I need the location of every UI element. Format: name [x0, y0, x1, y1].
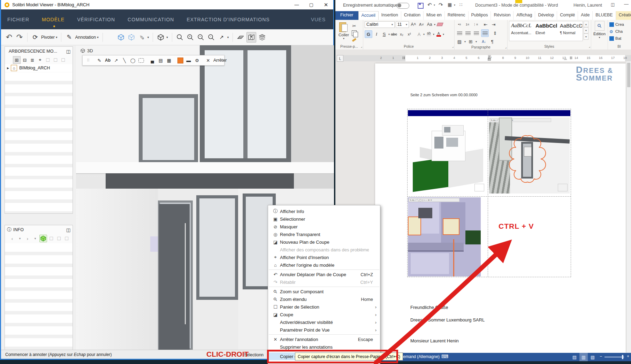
strikethrough-button[interactable]: abc [390, 31, 397, 38]
tab-r-f-renc[interactable]: Référenc [445, 11, 469, 20]
shading-icon[interactable]: ▨ [456, 38, 463, 45]
basket-set-icon[interactable]: ☐ [60, 56, 67, 63]
text-effects-icon[interactable]: A [416, 31, 423, 38]
tree-flat-icon[interactable]: ⊟ [21, 56, 28, 63]
context-menu-item-afficher-des-composants-dans-des-probl-mes[interactable]: Afficher des composants dans des problèm… [269, 246, 379, 253]
text-tool-icon[interactable]: Ab [104, 56, 112, 64]
stop-annotation-icon[interactable]: ✕ [204, 56, 212, 64]
language-status[interactable]: Allemand (Allemagne) [398, 354, 440, 359]
tab-mise-en[interactable]: Mise en [424, 11, 445, 20]
edition-label[interactable]: Édition [593, 32, 606, 36]
context-menu-item-nouveau-plan-de-coupe[interactable]: ◪Nouveau Plan de Coupe [269, 238, 379, 246]
paste-button[interactable]: Coller ▾ [337, 21, 351, 44]
slide-tool-icon[interactable]: ▤ [157, 56, 165, 64]
line-width-icon[interactable]: ▬ [185, 56, 192, 64]
context-menu-item-afficher-point-d-insertion[interactable]: ⌖Afficher Point d'Insertion [269, 253, 379, 261]
tab-publipos[interactable]: Publipos [469, 11, 491, 20]
tree-layers-icon[interactable]: ≣ [29, 56, 36, 63]
zoom-out-icon[interactable]: − [196, 32, 205, 42]
font-color-icon[interactable]: A [435, 31, 442, 38]
styles-scrollbar[interactable]: ▲▼▼ [584, 21, 588, 40]
screenshot-exterior[interactable] [410, 117, 486, 194]
decrease-indent-icon[interactable]: ⇤ [482, 21, 489, 28]
image-tool-icon[interactable]: ▦ [165, 56, 173, 64]
user-name[interactable]: Henin, Laurent [573, 3, 602, 8]
quick-access-more-icon[interactable]: ∷ [459, 2, 462, 7]
dialog-launcher-icon[interactable]: ⌟ [452, 45, 454, 48]
undo-icon[interactable]: ↶ [427, 2, 432, 8]
minimize-button[interactable]: — [624, 1, 629, 7]
align-right-icon[interactable] [473, 30, 480, 37]
pencil-tool-icon[interactable]: ✎ [96, 56, 103, 64]
tab-affichag[interactable]: Affichag [514, 11, 535, 20]
context-menu-item-afficher-info[interactable]: ⓘAfficher Info [269, 207, 379, 215]
touch-mode-dropdown-icon[interactable]: ▾ [454, 3, 455, 7]
search-icon[interactable]: ⚲ [595, 21, 605, 31]
zoom-area-icon[interactable]: ▫ [207, 32, 216, 42]
zoom-slider[interactable] [605, 357, 624, 357]
show-component-icon[interactable] [106, 32, 115, 42]
menu-mod-le[interactable]: MODÈLE [42, 17, 64, 22]
annotation-pencil-icon[interactable]: ✎ [64, 32, 74, 42]
basket-remove-icon[interactable]: ☐ [55, 235, 62, 242]
pick-arrow-icon[interactable]: ↗ [217, 32, 226, 42]
cut-icon[interactable]: ✂ [351, 22, 358, 29]
zoom-slider-handle[interactable] [622, 355, 623, 359]
borders-icon[interactable]: ⊞ [467, 38, 474, 45]
tab-cr-ation[interactable]: Création [616, 11, 631, 20]
context-menu-item-annuler-d-placer-plan-de-coupe[interactable]: ↶Annuler Déplacer Plan de CoupeCtrl+Z [269, 271, 379, 278]
stop-annotation-label[interactable]: Arrêter [213, 58, 227, 63]
pivoter-dropdown-icon[interactable]: ▾ [56, 36, 58, 39]
shrink-font-icon[interactable]: A˅ [418, 21, 425, 28]
line-spacing-icon[interactable]: ⇕ [492, 30, 499, 37]
zoom-select-icon[interactable] [175, 32, 184, 42]
style-lev[interactable]: AaBbCclÉlevé [534, 21, 558, 39]
align-left-icon[interactable] [456, 30, 463, 37]
tab-compl[interactable]: Complé [557, 11, 578, 20]
numbering-icon[interactable]: 1≡ [464, 21, 471, 28]
context-menu-item-activer-d-sactiver-visibilit[interactable]: Activer/désactiver visibilité› [269, 318, 379, 326]
arrow-tool-icon[interactable]: ↗ [112, 56, 120, 64]
context-menu-item-afficher-l-origine-du-mod-le[interactable]: ⌂Afficher l'origine du modèle [269, 261, 379, 269]
menu-extraction-d-informations[interactable]: EXTRACTION D'INFORMATIONS [187, 17, 269, 22]
basket-add-icon[interactable]: ☐ [44, 56, 51, 63]
context-menu-item-zoom-tendu[interactable]: ⚲Zoom étenduHome [269, 295, 379, 303]
bluebeam-bat-button[interactable]: Bat [609, 35, 629, 42]
map-view-icon[interactable] [246, 32, 256, 43]
menu-v-rification[interactable]: VÉRIFICATION [77, 17, 115, 22]
bold-button[interactable]: G [365, 30, 372, 38]
transparent-component-icon[interactable] [127, 32, 136, 42]
context-menu-item-r-tablir[interactable]: ↷RétablirCtrl+Y [269, 278, 379, 286]
web-layout-icon[interactable]: ▧ [588, 353, 597, 361]
change-case-icon[interactable]: Aa [426, 21, 433, 28]
paint-icon[interactable]: ✎ [137, 32, 146, 42]
zoom-in-icon[interactable]: + [186, 32, 195, 42]
paint-dropdown-icon[interactable]: ▾ [147, 36, 149, 39]
dialog-launcher-icon[interactable]: ⌟ [505, 45, 507, 49]
multilevel-list-icon[interactable]: ⋮≡ [472, 21, 479, 28]
line-tool-icon[interactable]: ╲ [121, 56, 128, 64]
underline-button[interactable]: S [381, 31, 388, 38]
document-scrollbar[interactable] [626, 61, 631, 353]
touch-mode-icon[interactable]: ▦ [448, 2, 452, 7]
nav-back-icon[interactable]: ‹ [9, 235, 16, 242]
panel-window-icon[interactable]: ◫ [66, 227, 70, 233]
ellip-tool-icon[interactable]: ◯ [129, 56, 137, 64]
basket-remove-icon[interactable]: ☐ [52, 56, 59, 63]
subscript-button[interactable]: x₂ [398, 31, 405, 38]
basket-set-icon[interactable]: ☐ [63, 235, 70, 242]
view-cube-icon[interactable] [156, 32, 165, 42]
context-menu-item-param-trer-point-de-vue[interactable]: Paramétrer Point de Vue› [269, 326, 379, 334]
dialog-launcher-icon[interactable]: ⌟ [361, 45, 362, 48]
pick-component-icon[interactable] [39, 235, 47, 242]
grow-font-icon[interactable]: A˄ [410, 21, 417, 28]
font-name-select[interactable]: Calibri▾ [365, 21, 395, 28]
print-layout-icon[interactable]: ▥ [579, 353, 588, 361]
annotation-dropdown-icon[interactable]: ▾ [97, 36, 99, 39]
bullets-icon[interactable]: •≡ [456, 21, 463, 28]
nav-back-dropdown-icon[interactable]: ▾ [16, 235, 23, 242]
copy-icon[interactable] [352, 30, 357, 36]
style-normal[interactable]: AaBbCcDc¶ Normal [558, 21, 583, 39]
show-paragraph-marks-icon[interactable]: ¶ [489, 38, 496, 45]
bluebeam-crea-button[interactable]: Crea [609, 21, 629, 28]
